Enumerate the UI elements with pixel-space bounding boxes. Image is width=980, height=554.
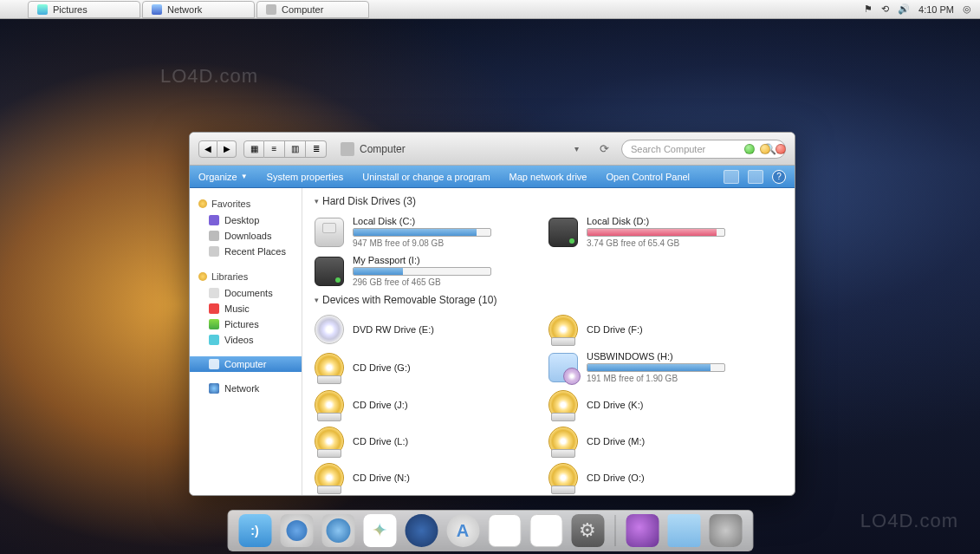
command-bar: Organize ▼ System properties Uninstall o… [190,166,795,188]
dock-launchpad-icon[interactable] [280,514,313,547]
uninstall-program-button[interactable]: Uninstall or change a program [362,172,490,182]
drive-item[interactable]: My Passport (I:)296 GB free of 465 GB [315,251,548,290]
section-removable-storage[interactable]: Devices with Removable Storage (10) [315,290,782,311]
tray-sync-icon[interactable]: ⟲ [881,3,889,15]
sidebar-group-favorites[interactable]: Favorites [190,195,302,212]
drive-name: CD Drive (O:) [587,473,782,483]
drive-free-space: 191 MB free of 1.90 GB [587,374,782,383]
open-control-panel-button[interactable]: Open Control Panel [606,172,690,182]
capacity-bar [587,228,725,237]
traffic-close-button[interactable] [776,144,786,154]
drive-item[interactable]: Local Disk (C:)947 MB free of 9.08 GB [315,212,548,251]
dock-trash-icon[interactable] [709,514,742,547]
tab-label: Pictures [53,4,88,15]
drive-name: My Passport (I:) [353,255,548,265]
music-icon [209,303,219,314]
traffic-zoom-button[interactable] [760,144,770,154]
drive-free-space: 947 MB free of 9.08 GB [353,238,548,248]
taskbar-tab-computer[interactable]: Computer [256,1,369,18]
usb-drive-icon [548,353,578,382]
capacity-bar [353,267,491,276]
sidebar-item-videos[interactable]: Videos [190,332,302,348]
drive-name: CD Drive (M:) [587,436,782,446]
drive-item[interactable]: CD Drive (G:) [315,348,548,387]
drive-item[interactable]: CD Drive (M:) [548,423,782,459]
drive-free-space: 3.74 GB free of 65.4 GB [587,238,782,248]
dock-textedit-icon[interactable] [488,514,521,547]
recent-icon [209,246,219,257]
explorer-window: ◀ ▶ ▦ ≡ ▥ ≣ Computer ▾ ⟳ Search Computer… [189,132,795,496]
help-button[interactable]: ? [772,170,786,184]
sidebar-item-downloads[interactable]: Downloads [190,228,302,244]
videos-icon [209,335,219,345]
drive-name: DVD RW Drive (E:) [353,324,548,335]
dock-dashboard-icon[interactable] [405,514,438,547]
cd-drive-icon [315,427,344,456]
view-coverflow-button[interactable]: ≣ [306,140,327,158]
dvd-drive-icon [315,315,344,344]
sidebar-group-libraries[interactable]: Libraries [190,268,302,285]
clock[interactable]: 4:10 PM [918,4,954,15]
map-network-drive-button[interactable]: Map network drive [509,172,587,182]
sidebar-item-desktop[interactable]: Desktop [190,212,302,228]
path-dropdown-icon[interactable]: ▾ [571,144,582,153]
drive-name: USBWINDOWS (H:) [587,351,782,362]
dock-safari-icon[interactable] [321,514,354,547]
tray-spotlight-icon[interactable]: ◎ [963,3,971,15]
sidebar-item-computer[interactable]: Computer [190,356,302,372]
network-icon [209,383,219,394]
preview-pane-button[interactable] [748,170,763,184]
view-options-button[interactable] [724,170,739,184]
cd-drive-icon [315,390,344,420]
watermark: LO4D.com [860,510,958,532]
refresh-button[interactable]: ⟳ [594,142,614,155]
tray-flag-icon[interactable]: ⚑ [864,3,873,15]
drive-item[interactable]: USBWINDOWS (H:)191 MB free of 1.90 GB [548,348,782,387]
desktop-icon [209,215,219,225]
taskbar-tab-pictures[interactable]: Pictures [28,1,140,18]
watermark: LO4D.com [160,65,258,88]
organize-menu[interactable]: Organize ▼ [198,172,248,182]
drive-item[interactable]: CD Drive (N:) [315,459,548,495]
sidebar-item-network[interactable]: Network [190,381,302,396]
tray-volume-icon[interactable]: 🔊 [898,3,910,15]
system-properties-button[interactable]: System properties [267,172,344,182]
tab-label: Network [167,4,202,15]
drive-item[interactable]: CD Drive (O:) [548,459,782,495]
drive-item[interactable]: CD Drive (J:) [315,387,548,423]
sidebar-item-music[interactable]: Music [190,301,302,316]
drive-item[interactable]: Local Disk (D:)3.74 GB free of 65.4 GB [548,212,782,251]
pictures-icon [37,4,48,15]
drive-name: Local Disk (C:) [353,216,548,226]
nav-back-button[interactable]: ◀ [198,140,217,158]
view-list-button[interactable]: ≡ [264,140,285,158]
drive-name: CD Drive (L:) [353,436,548,446]
dock-folder-icon[interactable] [667,514,700,547]
drive-item[interactable]: DVD RW Drive (E:) [315,311,548,348]
drive-name: CD Drive (G:) [353,362,548,373]
dock-textedit-icon[interactable] [529,514,562,547]
titlebar[interactable]: ◀ ▶ ▦ ≡ ▥ ≣ Computer ▾ ⟳ Search Computer… [190,133,795,166]
drive-item[interactable]: CD Drive (K:) [548,387,782,423]
sidebar-item-recent-places[interactable]: Recent Places [190,244,302,259]
computer-icon [209,359,219,369]
dock-appstore-icon[interactable] [446,514,479,547]
search-placeholder: Search Computer [631,144,705,154]
capacity-bar [587,363,725,372]
dock-app-icon[interactable] [363,514,396,547]
view-icons-button[interactable]: ▦ [243,140,264,158]
view-columns-button[interactable]: ▥ [285,140,306,158]
section-hard-disk-drives[interactable]: Hard Disk Drives (3) [315,192,782,212]
traffic-minimize-button[interactable] [744,144,755,154]
cd-drive-icon [315,353,344,382]
computer-icon [266,4,276,15]
taskbar-tab-network[interactable]: Network [142,1,255,18]
nav-forward-button[interactable]: ▶ [217,140,237,158]
dock-preferences-icon[interactable] [571,514,604,547]
dock-wallpaper-icon[interactable] [626,514,659,547]
dock-finder-icon[interactable] [238,514,271,547]
drive-item[interactable]: CD Drive (L:) [315,423,548,459]
sidebar-item-pictures[interactable]: Pictures [190,316,302,332]
drive-item[interactable]: CD Drive (F:) [548,311,782,348]
sidebar-item-documents[interactable]: Documents [190,285,302,301]
